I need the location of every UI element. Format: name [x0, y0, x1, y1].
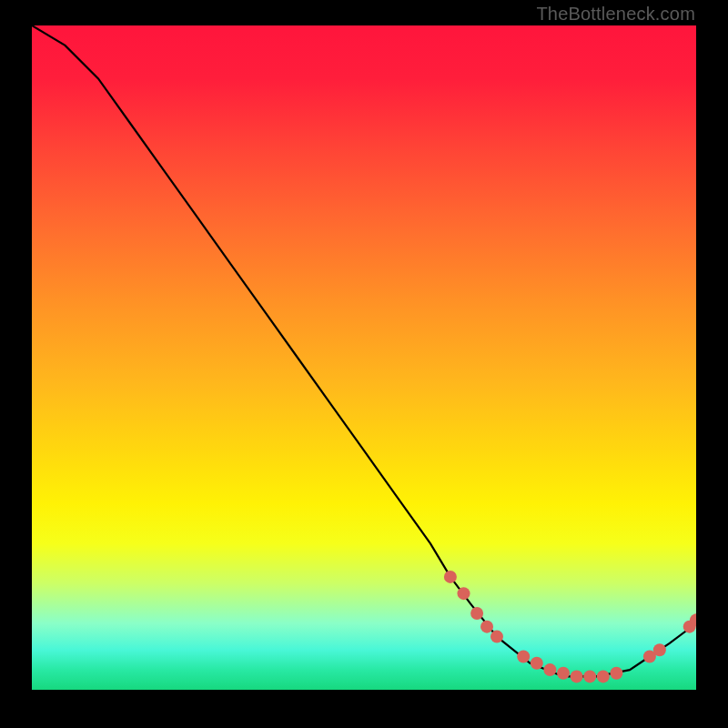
data-marker [653, 643, 666, 656]
chart-overlay [32, 25, 696, 690]
data-marker [583, 670, 596, 682]
curve-line [32, 25, 696, 676]
data-marker [543, 663, 556, 676]
data-marker [470, 607, 483, 620]
data-marker [480, 621, 493, 633]
data-marker [557, 667, 570, 680]
data-marker [571, 670, 583, 682]
chart-frame: TheBottleneck.com [0, 0, 728, 728]
data-marker [531, 657, 543, 670]
attribution-label: TheBottleneck.com [536, 4, 695, 25]
data-marker [490, 631, 503, 643]
data-marker [517, 651, 530, 663]
plot-area [32, 25, 696, 690]
data-marker [458, 587, 470, 600]
data-marker [597, 670, 610, 682]
data-marker [444, 571, 457, 583]
curve-markers [444, 571, 696, 683]
data-marker [610, 667, 622, 680]
